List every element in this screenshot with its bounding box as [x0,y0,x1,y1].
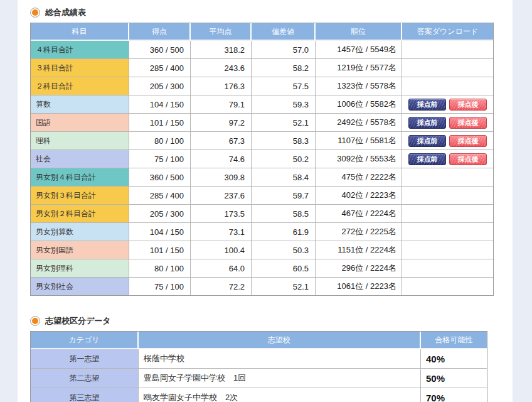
deviation-value: 57.5 [252,77,316,95]
subject-label: 国語 [31,114,129,132]
score-value: 104 / 150 [129,223,191,241]
average-value: 243.6 [191,59,252,77]
average-value: 64.0 [191,259,252,278]
score-table-row: 国語 101 / 150 97.2 52.1 2492位 / 5578名 採点前… [31,114,493,132]
deviation-value: 58.5 [252,205,316,223]
score-col-header-score: 得点 [129,23,191,41]
deviation-value: 52.1 [252,278,316,295]
deviation-value: 50.2 [252,150,316,168]
score-value: 75 / 100 [129,278,191,295]
score-col-header-download: 答案ダウンロード [402,23,493,41]
score-table-row: 算数 104 / 150 79.1 59.3 1006位 / 5582名 採点前… [31,95,493,114]
school-name: 豊島岡女子学園中学校 1回 [139,369,421,388]
rank-value: 1457位 / 5549名 [316,41,402,59]
score-table-row: 男女別理科 80 / 100 64.0 60.5 296位 / 2224名 [31,259,493,278]
score-value: 285 / 400 [129,59,191,77]
rank-value: 402位 / 2223名 [316,187,402,205]
school-name: 鴎友学園女子中学校 2次 [139,388,421,402]
deviation-value: 61.9 [252,223,316,241]
average-value: 100.4 [191,241,252,259]
rank-value: 3092位 / 5553名 [316,150,402,168]
deviation-value: 59.7 [252,187,316,205]
school-table-header-row: カテゴリ 志望校 合格可能性 [31,332,487,349]
average-value: 176.3 [191,77,252,95]
score-value: 360 / 500 [129,41,191,59]
rank-value: 1323位 / 5578名 [316,77,402,95]
rank-value: 1107位 / 5581名 [316,132,402,150]
score-value: 205 / 300 [129,205,191,223]
school-col-header-school: 志望校 [139,332,421,349]
pass-probability-value: 70% [421,388,487,402]
rank-value: 475位 / 2222名 [316,168,402,187]
download-before-scoring-button[interactable]: 採点前 [408,99,446,111]
subject-label: 理科 [31,132,129,150]
subject-label: 男女別３科目合計 [31,187,129,205]
download-before-scoring-button[interactable]: 採点前 [408,135,446,147]
average-value: 67.3 [191,132,252,150]
score-table-row: 男女別算数 104 / 150 73.1 61.9 272位 / 2225名 [31,223,493,241]
average-value: 72.2 [191,278,252,295]
download-after-scoring-button[interactable]: 採点後 [449,153,487,165]
school-section-title: 志望校区分データ [30,315,111,327]
score-table-row: 社会 75 / 100 74.6 50.2 3092位 / 5553名 採点前 … [31,150,493,168]
average-value: 309.8 [191,168,252,187]
score-table-header-row: 科目 得点 平均点 偏差値 順位 答案ダウンロード [31,23,493,41]
download-buttons: 採点前 採点後 [408,99,487,111]
school-section-title-label: 志望校区分データ [45,315,111,327]
score-section-title: 総合成績表 [30,7,86,18]
download-after-scoring-button[interactable]: 採点後 [449,135,487,147]
download-before-scoring-button[interactable]: 採点前 [408,153,446,165]
category-label: 第三志望 [31,388,139,402]
download-after-scoring-button[interactable]: 採点後 [449,117,487,129]
score-table-row: ４科目合計 360 / 500 318.2 57.0 1457位 / 5549名 [31,41,493,59]
subject-label: 男女別２科目合計 [31,205,129,223]
score-table-row: 男女別４科目合計 360 / 500 309.8 58.4 475位 / 222… [31,168,493,187]
deviation-value: 52.1 [252,114,316,132]
answer-download-cell [402,187,493,205]
answer-download-cell [402,41,493,59]
subject-label: 算数 [31,95,129,114]
subject-label: 社会 [31,150,129,168]
score-value: 80 / 100 [129,259,191,278]
average-value: 237.6 [191,187,252,205]
score-section-title-label: 総合成績表 [45,7,86,18]
average-value: 74.6 [191,150,252,168]
average-value: 173.5 [191,205,252,223]
subject-label: 男女別社会 [31,278,129,295]
score-table-row: 理科 80 / 100 67.3 58.3 1107位 / 5581名 採点前 … [31,132,493,150]
download-buttons: 採点前 採点後 [408,117,487,129]
answer-download-cell [402,259,493,278]
download-buttons: 採点前 採点後 [408,135,487,147]
subject-label: ３科目合計 [31,59,129,77]
score-value: 80 / 100 [129,132,191,150]
section-bullet-icon [30,8,40,18]
school-table-body: 第一志望 桜蔭中学校 40% 第二志望 豊島岡女子学園中学校 1回 50% 第三… [31,349,487,402]
download-before-scoring-button[interactable]: 採点前 [408,117,446,129]
score-table: 科目 得点 平均点 偏差値 順位 答案ダウンロード ４科目合計 360 / 50… [30,23,494,296]
score-table-row: 男女別２科目合計 205 / 300 173.5 58.5 467位 / 222… [31,205,493,223]
school-name: 桜蔭中学校 [139,349,421,369]
score-value: 101 / 150 [129,114,191,132]
score-col-header-rank: 順位 [316,23,402,41]
score-col-header-average: 平均点 [191,23,252,41]
school-table-row: 第一志望 桜蔭中学校 40% [31,349,487,369]
subject-label: ４科目合計 [31,41,129,59]
deviation-value: 57.0 [252,41,316,59]
rank-value: 1006位 / 5582名 [316,95,402,114]
score-value: 101 / 150 [129,241,191,259]
average-value: 79.1 [191,95,252,114]
score-col-header-subject: 科目 [31,23,129,41]
download-buttons: 採点前 採点後 [408,153,487,165]
subject-label: 男女別国語 [31,241,129,259]
pass-probability-value: 50% [421,369,487,388]
score-value: 360 / 500 [129,168,191,187]
content-area: 総合成績表 科目 得点 平均点 偏差値 順位 答案ダウンロード ４科目合計 36… [18,0,513,402]
answer-download-cell: 採点前 採点後 [402,95,493,114]
answer-download-cell: 採点前 採点後 [402,132,493,150]
average-value: 73.1 [191,223,252,241]
subject-label: 男女別理科 [31,259,129,278]
score-value: 75 / 100 [129,150,191,168]
deviation-value: 50.3 [252,241,316,259]
rank-value: 467位 / 2224名 [316,205,402,223]
download-after-scoring-button[interactable]: 採点後 [449,99,487,111]
